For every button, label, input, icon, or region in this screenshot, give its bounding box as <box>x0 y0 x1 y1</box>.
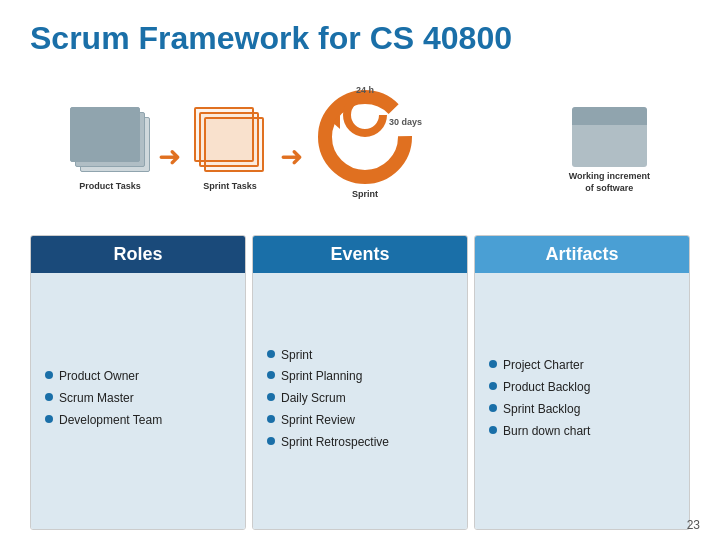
artifacts-item-0: Project Charter <box>503 357 584 374</box>
events-item-1: Sprint Planning <box>281 368 362 385</box>
artifacts-header: Artifacts <box>475 236 689 273</box>
stack-layer-3 <box>70 107 140 162</box>
list-item: Burn down chart <box>489 423 675 440</box>
product-tasks-stack <box>70 107 150 177</box>
events-column: Events Sprint Sprint Planning Daily Scru… <box>252 235 468 530</box>
bullet-icon <box>267 393 275 401</box>
label-24h: 24 h <box>356 85 374 95</box>
bullet-icon <box>489 404 497 412</box>
sprint-layer-3 <box>194 107 254 162</box>
list-item: Project Charter <box>489 357 675 374</box>
list-item: Product Backlog <box>489 379 675 396</box>
arrow-2: ➜ <box>280 140 303 173</box>
list-item: Sprint <box>267 347 453 364</box>
product-tasks-label: Product Tasks <box>79 181 140 191</box>
artifacts-item-3: Burn down chart <box>503 423 590 440</box>
bullet-icon <box>489 382 497 390</box>
sprint-labels: 24 h 30 days <box>310 77 420 187</box>
events-body: Sprint Sprint Planning Daily Scrum Sprin… <box>253 273 467 529</box>
increment-box <box>572 107 647 167</box>
events-item-0: Sprint <box>281 347 312 364</box>
increment-group: Working incrementof software <box>569 107 650 194</box>
events-item-2: Daily Scrum <box>281 390 346 407</box>
diagram-inner: Product Tasks ➜ Sprint Tasks ➜ <box>70 72 650 222</box>
list-item: Daily Scrum <box>267 390 453 407</box>
sprint-group: 24 h 30 days Sprint <box>310 77 420 199</box>
bullet-icon <box>45 415 53 423</box>
roles-body: Product Owner Scrum Master Development T… <box>31 273 245 529</box>
bullet-icon <box>489 426 497 434</box>
list-item: Sprint Review <box>267 412 453 429</box>
increment-lid <box>572 107 647 125</box>
list-item: Development Team <box>45 412 231 429</box>
bullet-icon <box>45 371 53 379</box>
sprint-tasks-stack <box>190 107 270 177</box>
bullet-icon <box>45 393 53 401</box>
scrum-diagram: Product Tasks ➜ Sprint Tasks ➜ <box>30 67 690 227</box>
list-item: Sprint Planning <box>267 368 453 385</box>
bullet-icon <box>267 350 275 358</box>
events-item-4: Sprint Retrospective <box>281 434 389 451</box>
roles-header: Roles <box>31 236 245 273</box>
columns-container: Roles Product Owner Scrum Master Develop… <box>30 235 690 530</box>
bullet-icon <box>267 371 275 379</box>
product-tasks-group: Product Tasks <box>70 107 150 191</box>
list-item: Sprint Retrospective <box>267 434 453 451</box>
artifacts-column: Artifacts Project Charter Product Backlo… <box>474 235 690 530</box>
bullet-icon <box>489 360 497 368</box>
roles-item-0: Product Owner <box>59 368 139 385</box>
roles-column: Roles Product Owner Scrum Master Develop… <box>30 235 246 530</box>
bullet-icon <box>267 415 275 423</box>
roles-item-1: Scrum Master <box>59 390 134 407</box>
bullet-icon <box>267 437 275 445</box>
artifacts-item-2: Sprint Backlog <box>503 401 580 418</box>
increment-label: Working incrementof software <box>569 171 650 194</box>
events-header: Events <box>253 236 467 273</box>
artifacts-item-1: Product Backlog <box>503 379 590 396</box>
arrow-1: ➜ <box>158 140 181 173</box>
slide-page: Scrum Framework for CS 40800 Product Tas… <box>0 0 720 540</box>
sprint-circle-container: 24 h 30 days <box>310 77 420 187</box>
list-item: Product Owner <box>45 368 231 385</box>
slide-title: Scrum Framework for CS 40800 <box>30 20 690 57</box>
events-item-3: Sprint Review <box>281 412 355 429</box>
label-30days: 30 days <box>389 117 422 127</box>
list-item: Scrum Master <box>45 390 231 407</box>
sprint-label: Sprint <box>352 189 378 199</box>
page-number: 23 <box>687 518 700 532</box>
roles-item-2: Development Team <box>59 412 162 429</box>
artifacts-body: Project Charter Product Backlog Sprint B… <box>475 273 689 529</box>
sprint-tasks-group: Sprint Tasks <box>190 107 270 191</box>
list-item: Sprint Backlog <box>489 401 675 418</box>
sprint-tasks-label: Sprint Tasks <box>203 181 256 191</box>
